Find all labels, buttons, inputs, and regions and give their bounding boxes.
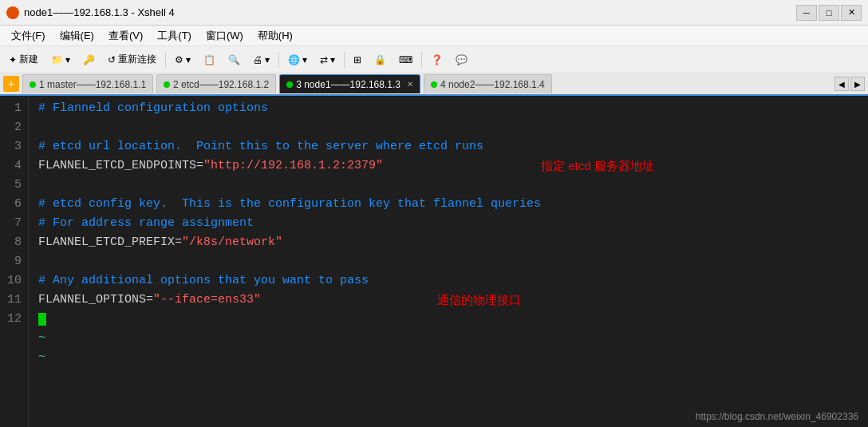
transfer-button[interactable]: ⇄ ▾	[314, 49, 341, 70]
tab-1[interactable]: 1 master——192.168.1.1	[22, 74, 153, 93]
tab-3[interactable]: 3 node1——192.168.1.3✕	[279, 74, 420, 93]
code-line: # For address range assignment	[38, 214, 858, 233]
menu-item[interactable]: 工具(T)	[151, 27, 198, 45]
new-button[interactable]: ✦ 新建	[3, 49, 44, 70]
string-value: "http://192.168.1.2:2379"	[203, 159, 383, 172]
line-number: 8	[5, 233, 22, 252]
key-button[interactable]: 🔑	[77, 49, 101, 70]
dropdown-arrow: ▾	[65, 54, 70, 65]
reconnect-icon: ↺	[108, 54, 116, 65]
line-number: 10	[5, 271, 22, 291]
comment-line: # etcd url location. Point this to the s…	[38, 140, 483, 153]
dropdown-arrow4: ▾	[302, 54, 307, 65]
tabs-bar: + 1 master——192.168.1.12 etcd——192.168.1…	[0, 73, 868, 96]
code-line: FLANNEL_OPTIONS="--iface=ens33"通信的物理接口	[38, 291, 858, 310]
watermark: https://blog.csdn.net/weixin_46902336	[696, 411, 858, 422]
reconnect-button[interactable]: ↺ 重新连接	[102, 49, 162, 70]
tabs-nav: ◀ ▶	[834, 77, 865, 91]
annotation-text: 指定 etcd 服务器地址	[541, 156, 654, 176]
window-controls: ─ □ ✕	[796, 5, 862, 21]
keyboard-button[interactable]: ⌨	[393, 49, 418, 70]
tab-label: 3 node1——192.168.1.3	[296, 79, 400, 90]
line-number: 6	[5, 195, 22, 214]
toolbar: ✦ 新建 📁 ▾ 🔑 ↺ 重新连接 ⚙ ▾ 📋 🔍 🖨 ▾ 🌐 ▾ ⇄ ▾ ⊞ …	[0, 46, 868, 73]
grid-icon: ⊞	[353, 54, 361, 65]
code-area[interactable]: # Flanneld configuration options# etcd u…	[29, 96, 868, 427]
title-bar: node1——192.168.1.3 - Xshell 4 ─ □ ✕	[0, 0, 868, 26]
key-name: FLANNEL_ETCD_ENDPOINTS=	[38, 159, 203, 172]
print-icon: 🖨	[253, 54, 262, 65]
string-value: "/k8s/network"	[182, 235, 282, 249]
help-icon: ❓	[431, 54, 443, 65]
string-value: "--iface=ens33"	[153, 293, 261, 306]
line-number: 9	[5, 252, 22, 271]
tab-status-dot	[431, 81, 437, 88]
tab-status-dot	[286, 81, 293, 88]
tabs-prev-button[interactable]: ◀	[834, 77, 849, 91]
toolbar-sep-1	[165, 52, 166, 68]
tab-label: 1 master——192.168.1.1	[39, 79, 146, 90]
search-button[interactable]: 🔍	[223, 49, 246, 70]
chat-icon: 💬	[456, 54, 468, 65]
new-icon: ✦	[9, 54, 17, 65]
add-tab-button[interactable]: +	[3, 76, 19, 92]
tab-status-dot	[30, 81, 36, 88]
lock-button[interactable]: 🔒	[369, 49, 392, 70]
code-line: # etcd url location. Point this to the s…	[38, 137, 858, 156]
line-number: 11	[5, 291, 22, 310]
window-title: node1——192.168.1.3 - Xshell 4	[24, 6, 796, 18]
line-number: 4	[5, 156, 22, 176]
tab-label: 2 etcd——192.168.1.2	[173, 79, 269, 90]
dropdown-arrow3: ▾	[265, 54, 270, 65]
tab-4[interactable]: 4 node2——192.168.1.4	[424, 74, 552, 93]
copy-button[interactable]: 📋	[198, 49, 221, 70]
menu-item[interactable]: 帮助(H)	[251, 27, 299, 45]
code-line: # Any additional options that you want t…	[38, 271, 858, 291]
menu-item[interactable]: 窗口(W)	[199, 27, 250, 45]
grid-button[interactable]: ⊞	[348, 49, 367, 70]
line-number: 7	[5, 214, 22, 233]
globe-icon: 🌐	[288, 54, 300, 65]
maximize-button[interactable]: □	[819, 5, 839, 21]
keyboard-icon: ⌨	[399, 54, 412, 65]
code-line: FLANNEL_ETCD_ENDPOINTS="http://192.168.1…	[38, 156, 858, 176]
comment-line: # Flanneld configuration options	[38, 101, 268, 115]
tabs-container: 1 master——192.168.1.12 etcd——192.168.1.2…	[22, 74, 554, 93]
tab-label: 4 node2——192.168.1.4	[440, 79, 545, 90]
tab-close-icon[interactable]: ✕	[407, 80, 413, 89]
chat-button[interactable]: 💬	[450, 49, 473, 70]
menu-bar: 文件(F)编辑(E)查看(V)工具(T)窗口(W)帮助(H)	[0, 26, 868, 46]
editor-content: 123456789101112 # Flanneld configuration…	[0, 96, 868, 427]
code-line	[38, 252, 858, 271]
print-button[interactable]: 🖨 ▾	[247, 49, 275, 70]
transfer-icon: ⇄	[320, 54, 328, 65]
toolbar-sep-3	[344, 52, 345, 68]
settings-icon: ⚙	[175, 54, 183, 65]
folder-button[interactable]: 📁 ▾	[45, 49, 76, 70]
tilde-line: ~	[38, 348, 858, 367]
tabs-next-button[interactable]: ▶	[850, 77, 865, 91]
close-button[interactable]: ✕	[841, 5, 862, 21]
editor-area: 123456789101112 # Flanneld configuration…	[0, 96, 868, 427]
menu-item[interactable]: 编辑(E)	[53, 27, 101, 45]
comment-line: # etcd config key. This is the configura…	[38, 197, 541, 211]
key-name: FLANNEL_ETCD_PREFIX=	[38, 235, 182, 249]
new-label: 新建	[19, 53, 38, 66]
comment-line: # For address range assignment	[38, 216, 254, 230]
toolbar-sep-2	[278, 52, 279, 68]
code-line	[38, 176, 858, 195]
settings-button[interactable]: ⚙ ▾	[169, 49, 196, 70]
cursor-block	[38, 313, 46, 326]
minimize-button[interactable]: ─	[796, 5, 817, 21]
tab-2[interactable]: 2 etcd——192.168.1.2	[156, 74, 276, 93]
code-line: # etcd config key. This is the configura…	[38, 195, 858, 214]
code-line: FLANNEL_ETCD_PREFIX="/k8s/network"	[38, 233, 858, 252]
help-button[interactable]: ❓	[425, 49, 448, 70]
menu-item[interactable]: 查看(V)	[102, 27, 149, 45]
annotation-text: 通信的物理接口	[437, 291, 521, 310]
reconnect-label: 重新连接	[118, 53, 156, 66]
lock-icon: 🔒	[374, 54, 386, 65]
menu-item[interactable]: 文件(F)	[5, 27, 52, 45]
globe-button[interactable]: 🌐 ▾	[282, 49, 313, 70]
line-numbers: 123456789101112	[0, 96, 29, 427]
